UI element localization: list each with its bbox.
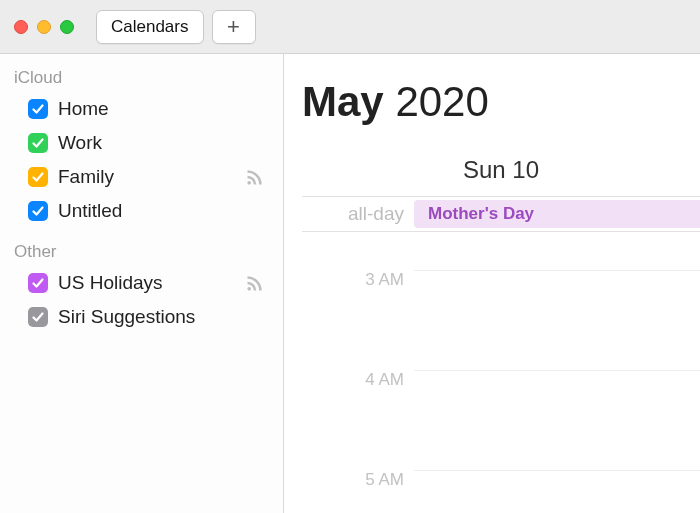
- calendar-item-siri-suggestions[interactable]: Siri Suggestions: [0, 300, 283, 334]
- titlebar: Calendars +: [0, 0, 700, 54]
- close-window-button[interactable]: [14, 20, 28, 34]
- hour-label: 5 AM: [302, 470, 414, 490]
- calendar-item-home[interactable]: Home: [0, 92, 283, 126]
- checkbox-icon[interactable]: [28, 99, 48, 119]
- calendar-label: Siri Suggestions: [58, 306, 195, 328]
- hour-grid[interactable]: 3 AM 4 AM 5 AM: [302, 232, 700, 513]
- hour-label: 3 AM: [302, 270, 414, 290]
- checkbox-icon[interactable]: [28, 307, 48, 327]
- shared-icon: [245, 273, 265, 293]
- calendar-label: Untitled: [58, 200, 122, 222]
- calendar-label: Work: [58, 132, 102, 154]
- checkbox-icon[interactable]: [28, 273, 48, 293]
- hour-row: 5 AM: [302, 480, 700, 513]
- calendars-toggle-button[interactable]: Calendars: [96, 10, 204, 44]
- shared-icon: [245, 167, 265, 187]
- sidebar-section-header: Other: [0, 236, 283, 266]
- hour-label: 4 AM: [302, 370, 414, 390]
- calendar-item-work[interactable]: Work: [0, 126, 283, 160]
- calendar-main: May 2020 Sun 10 all-day Mother's Day 3 A…: [284, 54, 700, 513]
- all-day-row: all-day Mother's Day: [302, 196, 700, 232]
- checkbox-icon[interactable]: [28, 133, 48, 153]
- sidebar: iCloud Home Work Family: [0, 54, 284, 513]
- calendar-item-family[interactable]: Family: [0, 160, 283, 194]
- content: iCloud Home Work Family: [0, 54, 700, 513]
- event-mothers-day[interactable]: Mother's Day: [414, 200, 700, 228]
- all-day-label: all-day: [302, 203, 414, 225]
- svg-point-0: [247, 181, 251, 185]
- calendar-label: Family: [58, 166, 114, 188]
- checkbox-icon[interactable]: [28, 201, 48, 221]
- calendar-label: US Holidays: [58, 272, 163, 294]
- hour-row: 3 AM: [302, 280, 700, 380]
- calendar-label: Home: [58, 98, 109, 120]
- maximize-window-button[interactable]: [60, 20, 74, 34]
- checkbox-icon[interactable]: [28, 167, 48, 187]
- minimize-window-button[interactable]: [37, 20, 51, 34]
- calendar-item-untitled[interactable]: Untitled: [0, 194, 283, 228]
- app-window: Calendars + iCloud Home Work: [0, 0, 700, 513]
- day-header: Sun 10: [302, 156, 700, 196]
- svg-point-1: [247, 287, 251, 291]
- sidebar-section-header: iCloud: [0, 62, 283, 92]
- traffic-lights: [14, 20, 74, 34]
- hour-row: 4 AM: [302, 380, 700, 480]
- month-title: May 2020: [302, 78, 700, 126]
- add-event-button[interactable]: +: [212, 10, 256, 44]
- calendar-item-us-holidays[interactable]: US Holidays: [0, 266, 283, 300]
